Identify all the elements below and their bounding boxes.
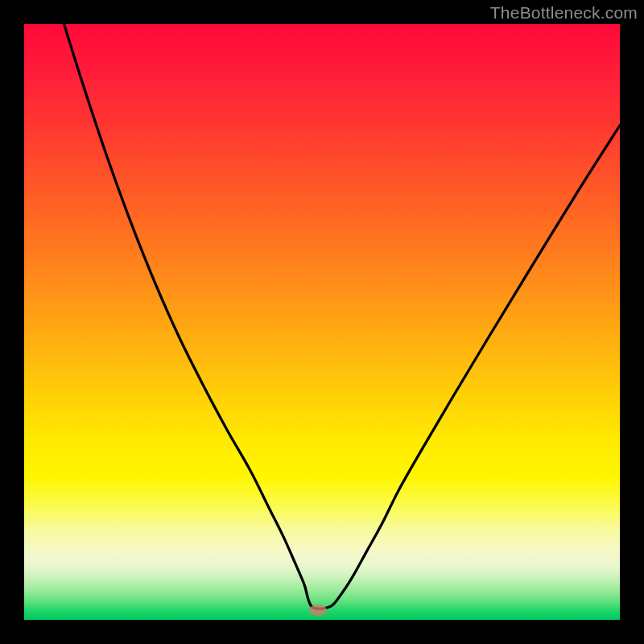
plot-area: [24, 24, 620, 620]
chart-frame: TheBottleneck.com: [0, 0, 644, 644]
bottleneck-curve: [24, 24, 620, 620]
watermark-text: TheBottleneck.com: [490, 3, 638, 23]
bottleneck-marker: [309, 605, 327, 616]
